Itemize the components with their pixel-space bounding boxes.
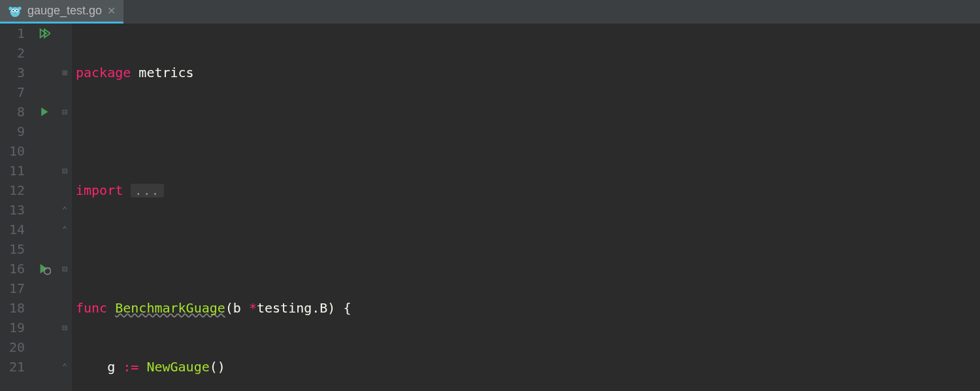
svg-point-5 xyxy=(12,10,14,11)
line-number: 21 xyxy=(0,357,25,377)
fold-collapse-icon[interactable]: ⊟ xyxy=(57,102,72,122)
line-number: 20 xyxy=(0,337,25,357)
svg-point-1 xyxy=(8,7,12,10)
code-line[interactable]: import ... xyxy=(76,180,980,200)
tab-close-icon[interactable]: ✕ xyxy=(107,5,116,17)
line-number: 18 xyxy=(0,298,25,318)
code-editor[interactable]: 1 2 3 7 8 9 10 11 12 13 14 15 16 17 18 1… xyxy=(0,24,980,391)
run-test-icon[interactable] xyxy=(31,102,57,122)
code-line[interactable] xyxy=(76,122,980,141)
tab-bar: gauge_test.go ✕ xyxy=(0,0,980,24)
line-number-gutter: 1 2 3 7 8 9 10 11 12 13 14 15 16 17 18 1… xyxy=(0,24,31,391)
file-tab[interactable]: gauge_test.go ✕ xyxy=(0,0,123,24)
code-line[interactable]: g := NewGauge() xyxy=(76,357,980,377)
run-gutter xyxy=(31,24,57,391)
line-number: 8 xyxy=(0,102,25,122)
fold-collapse-icon[interactable]: ⊟ xyxy=(57,318,72,337)
line-number: 17 xyxy=(0,279,25,298)
fold-end-icon[interactable]: ⌃ xyxy=(57,220,72,239)
go-file-icon xyxy=(8,4,22,18)
fold-end-icon[interactable]: ⌃ xyxy=(57,357,72,377)
line-number: 16 xyxy=(0,259,25,279)
fold-gutter: ⊞ ⊟ ⊟ ⌃ ⌃ ⊟ ⊟ ⌃ xyxy=(57,24,72,391)
folded-import-block[interactable]: ... xyxy=(131,184,164,197)
run-file-icon[interactable] xyxy=(31,24,57,43)
line-number: 19 xyxy=(0,318,25,337)
line-number: 14 xyxy=(0,220,25,239)
fold-collapse-icon[interactable]: ⊟ xyxy=(57,161,72,180)
line-number: 2 xyxy=(0,43,25,63)
fold-end-icon[interactable]: ⌃ xyxy=(57,200,72,220)
code-line[interactable]: func BenchmarkGuage(b *testing.B) { xyxy=(76,298,980,318)
svg-point-7 xyxy=(14,12,16,14)
line-number: 10 xyxy=(0,141,25,161)
svg-point-2 xyxy=(18,7,22,10)
line-number: 15 xyxy=(0,239,25,259)
code-line[interactable] xyxy=(76,239,980,259)
line-number: 11 xyxy=(0,161,25,180)
line-number: 7 xyxy=(0,82,25,102)
code-line[interactable]: package metrics xyxy=(76,63,980,82)
line-number: 9 xyxy=(0,122,25,141)
line-number: 1 xyxy=(0,24,25,43)
fold-expand-icon[interactable]: ⊞ xyxy=(57,63,72,82)
code-body[interactable]: package metrics import ... func Benchmar… xyxy=(72,24,980,391)
line-number: 12 xyxy=(0,180,25,200)
svg-point-6 xyxy=(16,10,18,11)
line-number: 13 xyxy=(0,200,25,220)
tab-filename: gauge_test.go xyxy=(27,4,102,18)
line-number: 3 xyxy=(0,63,25,82)
run-test-with-coverage-icon[interactable] xyxy=(31,259,57,279)
fold-collapse-icon[interactable]: ⊟ xyxy=(57,259,72,279)
